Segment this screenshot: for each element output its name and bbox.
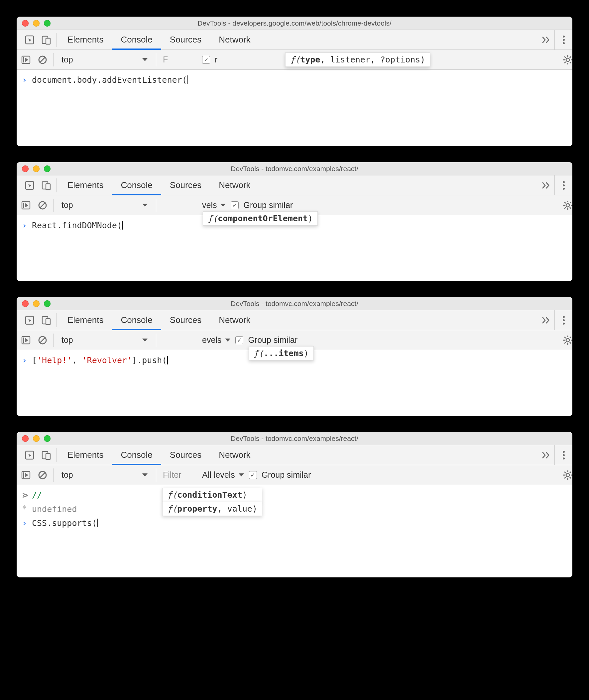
tab-console[interactable]: Console xyxy=(112,310,161,330)
zoom-window-icon[interactable] xyxy=(44,165,50,172)
toggle-device-toolbar-icon[interactable] xyxy=(39,179,53,193)
tab-console[interactable]: Console xyxy=(112,176,161,195)
customize-devtools-icon[interactable] xyxy=(554,176,572,195)
clear-console-icon[interactable] xyxy=(37,469,48,481)
console-row[interactable]: ⋗// xyxy=(17,488,572,502)
zoom-window-icon[interactable] xyxy=(44,20,50,27)
inspect-element-icon[interactable] xyxy=(23,179,37,193)
console-row[interactable]: ›['Help!', 'Revolver'].push( xyxy=(17,353,572,367)
tab-network[interactable]: Network xyxy=(210,176,259,195)
group-similar-checkbox[interactable]: ✓ xyxy=(202,56,210,64)
clear-console-icon[interactable] xyxy=(37,54,48,66)
execution-context-selector[interactable]: top xyxy=(58,335,151,345)
execution-context-selector[interactable]: top xyxy=(58,470,151,480)
chevron-down-icon xyxy=(142,338,148,342)
console-code[interactable]: ['Help!', 'Revolver'].push( xyxy=(32,355,168,365)
close-window-icon[interactable] xyxy=(22,165,29,172)
minimize-window-icon[interactable] xyxy=(33,435,39,442)
console-row[interactable]: ›CSS.supports( xyxy=(17,516,572,530)
svg-line-66 xyxy=(40,473,45,477)
group-similar-label: Group similar xyxy=(248,335,298,345)
execution-context-selector[interactable]: top xyxy=(58,55,151,64)
svg-point-29 xyxy=(566,204,569,207)
tab-elements[interactable]: Elements xyxy=(59,176,112,195)
inspect-element-icon[interactable] xyxy=(23,313,37,327)
tab-sources[interactable]: Sources xyxy=(161,445,210,465)
console-filter-input[interactable]: Filter xyxy=(161,470,197,480)
toggle-console-sidebar-icon[interactable] xyxy=(20,199,32,211)
console-body[interactable]: ›document.body.addEventListener( xyxy=(17,70,572,146)
tab-network[interactable]: Network xyxy=(210,445,259,465)
svg-point-76 xyxy=(24,506,26,508)
toggle-device-toolbar-icon[interactable] xyxy=(39,313,53,327)
console-body[interactable]: ›['Help!', 'Revolver'].push( xyxy=(17,350,572,416)
log-levels-selector[interactable]: vels xyxy=(202,200,226,210)
more-tabs-icon[interactable] xyxy=(538,30,554,50)
toggle-console-sidebar-icon[interactable] xyxy=(20,469,32,481)
inspect-element-icon[interactable] xyxy=(23,448,37,462)
tab-elements[interactable]: Elements xyxy=(59,445,112,465)
tab-sources[interactable]: Sources xyxy=(161,30,210,50)
console-body[interactable]: ›React.findDOMNode( xyxy=(17,215,572,281)
customize-devtools-icon[interactable] xyxy=(554,310,572,330)
console-body[interactable]: ⋗//undefined›CSS.supports( xyxy=(17,485,572,578)
execution-context-label: top xyxy=(61,470,73,480)
close-window-icon[interactable] xyxy=(22,435,29,442)
minimize-window-icon[interactable] xyxy=(33,20,39,27)
customize-devtools-icon[interactable] xyxy=(554,30,572,50)
close-window-icon[interactable] xyxy=(22,20,29,27)
console-settings-icon[interactable] xyxy=(562,469,574,481)
group-similar-checkbox[interactable]: ✓ xyxy=(235,336,243,344)
toggle-console-sidebar-icon[interactable] xyxy=(20,54,32,66)
toggle-device-toolbar-icon[interactable] xyxy=(39,33,53,47)
execution-context-selector[interactable]: top xyxy=(58,200,151,210)
clear-console-icon[interactable] xyxy=(37,199,48,211)
tab-elements[interactable]: Elements xyxy=(59,30,112,50)
inspect-element-icon[interactable] xyxy=(23,33,37,47)
more-tabs-icon[interactable] xyxy=(538,445,554,465)
text-cursor xyxy=(187,75,188,84)
console-settings-icon[interactable] xyxy=(562,199,574,211)
console-code[interactable]: React.findDOMNode( xyxy=(32,221,123,230)
customize-devtools-icon[interactable] xyxy=(554,445,572,465)
clear-console-icon[interactable] xyxy=(37,334,48,346)
console-row[interactable]: undefined xyxy=(17,502,572,516)
log-levels-selector[interactable]: All levels xyxy=(202,470,244,480)
svg-point-3 xyxy=(563,36,565,38)
traffic-lights xyxy=(17,435,50,442)
svg-line-75 xyxy=(570,472,571,473)
svg-point-61 xyxy=(563,454,565,456)
zoom-window-icon[interactable] xyxy=(44,435,50,442)
console-code[interactable]: // xyxy=(32,490,42,500)
console-settings-icon[interactable] xyxy=(562,54,574,66)
toggle-device-toolbar-icon[interactable] xyxy=(39,448,53,462)
tab-sources[interactable]: Sources xyxy=(161,310,210,330)
tab-elements[interactable]: Elements xyxy=(59,310,112,330)
close-window-icon[interactable] xyxy=(22,300,29,307)
group-similar-checkbox[interactable]: ✓ xyxy=(249,471,257,479)
zoom-window-icon[interactable] xyxy=(44,300,50,307)
console-code[interactable]: document.body.addEventListener( xyxy=(32,75,188,85)
console-row[interactable]: ›document.body.addEventListener( xyxy=(17,73,572,87)
svg-line-56 xyxy=(570,337,571,338)
console-code[interactable]: CSS.supports( xyxy=(32,518,98,528)
console-settings-icon[interactable] xyxy=(562,334,574,346)
more-tabs-icon[interactable] xyxy=(538,176,554,195)
minimize-window-icon[interactable] xyxy=(33,300,39,307)
svg-point-42 xyxy=(563,319,565,321)
tab-network[interactable]: Network xyxy=(210,310,259,330)
tab-console[interactable]: Console xyxy=(112,30,161,50)
log-levels-label: All levels xyxy=(202,470,235,480)
toggle-console-sidebar-icon[interactable] xyxy=(20,334,32,346)
more-tabs-icon[interactable] xyxy=(538,310,554,330)
group-similar-checkbox[interactable]: ✓ xyxy=(231,201,239,209)
window-titlebar: DevTools - todomvc.com/examples/react/ xyxy=(17,162,572,176)
log-levels-selector[interactable]: evels xyxy=(202,335,231,345)
console-code[interactable]: undefined xyxy=(32,504,77,514)
tab-console[interactable]: Console xyxy=(112,445,161,465)
console-filter-input[interactable]: F xyxy=(161,55,197,64)
tab-network[interactable]: Network xyxy=(210,30,259,50)
minimize-window-icon[interactable] xyxy=(33,165,39,172)
tab-sources[interactable]: Sources xyxy=(161,176,210,195)
console-row[interactable]: ›React.findDOMNode( xyxy=(17,219,572,232)
